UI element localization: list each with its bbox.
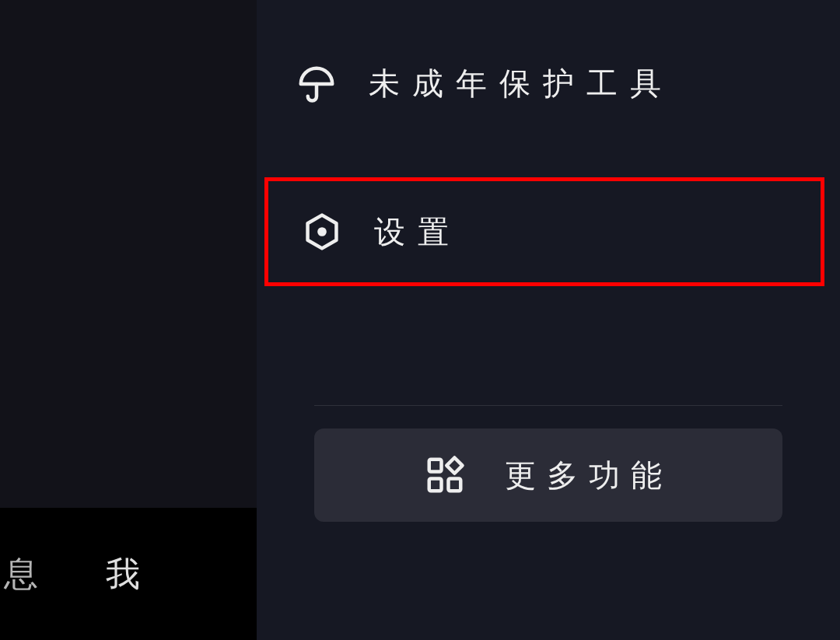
- svg-rect-4: [449, 479, 461, 491]
- nav-item-messages[interactable]: 息: [4, 551, 40, 597]
- menu-item-minor-protection[interactable]: 未成年保护工具: [257, 39, 840, 128]
- svg-rect-2: [429, 460, 442, 472]
- svg-rect-3: [429, 479, 442, 491]
- menu-item-label: 设置: [374, 211, 461, 254]
- more-button-label: 更多功能: [505, 454, 673, 497]
- settings-hex-icon: [301, 211, 343, 253]
- menu-item-label: 未成年保护工具: [369, 62, 674, 105]
- menu-item-settings[interactable]: 设置: [264, 177, 824, 286]
- svg-marker-5: [446, 458, 462, 474]
- settings-drawer: 未成年保护工具 设置 更多功能: [257, 0, 840, 640]
- nav-item-me[interactable]: 我: [106, 551, 142, 597]
- bottom-nav: 息 我: [0, 508, 257, 640]
- sidebar-panel: 息 我: [0, 0, 257, 640]
- divider: [314, 405, 782, 406]
- more-features-button[interactable]: 更多功能: [314, 428, 782, 522]
- umbrella-icon: [296, 63, 338, 105]
- apps-icon: [424, 454, 466, 496]
- svg-point-1: [319, 229, 324, 234]
